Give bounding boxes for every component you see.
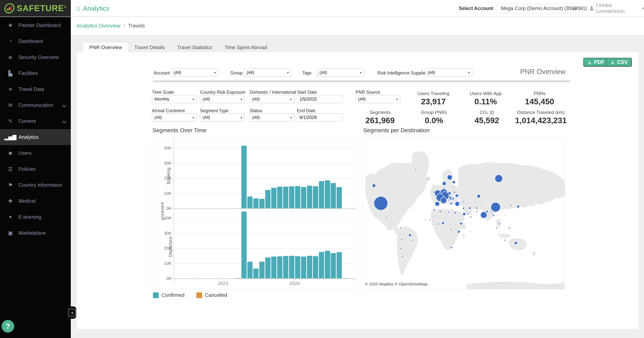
destination-bubble[interactable] <box>390 223 391 224</box>
destination-bubble[interactable] <box>453 186 454 187</box>
bar-departure-nov-2023[interactable] <box>283 256 288 278</box>
map-attribution[interactable]: © 2025 Mapbox © OpenStreetMap <box>363 281 430 287</box>
filter-group-select[interactable]: (All)▼ <box>244 69 291 77</box>
destination-bubble[interactable] <box>476 207 478 209</box>
destination-bubble[interactable] <box>400 227 402 229</box>
destination-bubble[interactable] <box>435 202 440 206</box>
destination-bubble[interactable] <box>450 247 452 249</box>
bar-departure-oct-2023[interactable] <box>277 256 282 278</box>
destination-bubble[interactable] <box>412 239 414 241</box>
bar-departure-aug-2024[interactable] <box>336 252 342 278</box>
filter-tags-select[interactable]: (All)▼ <box>317 69 364 77</box>
bar-booking-may-2024[interactable] <box>319 181 324 208</box>
destination-bubble[interactable] <box>470 216 472 218</box>
sidebar-item-travel-data[interactable]: ✈Travel Data <box>0 81 71 97</box>
sidebar-item-dashboard[interactable]: ◔Dashboard <box>0 33 71 49</box>
bar-departure-may-2023[interactable] <box>247 262 253 278</box>
user-menu[interactable]: Linnea Lennartsson ▾ <box>589 0 644 17</box>
destination-bubble[interactable] <box>464 203 466 204</box>
bar-booking-oct-2023[interactable] <box>277 187 282 208</box>
destination-bubble[interactable] <box>432 222 433 223</box>
bar-departure-mar-2024[interactable] <box>307 256 312 278</box>
bar-booking-nov-2023[interactable] <box>283 187 288 208</box>
download-pdf-button[interactable]: PDF <box>583 58 608 67</box>
sidebar-item-country-information[interactable]: ⚑Country Information <box>0 177 71 193</box>
destination-bubble[interactable] <box>429 220 430 221</box>
destination-bubble[interactable] <box>496 227 498 229</box>
destination-bubble[interactable] <box>498 233 500 235</box>
destination-bubble[interactable] <box>510 205 512 206</box>
destination-bubble[interactable] <box>458 230 460 233</box>
sidebar-collapse-button[interactable]: ◀ <box>68 306 76 319</box>
filter-pnr-source-select[interactable]: (All)▼ <box>356 95 400 103</box>
bar-departure-dec-2023[interactable] <box>289 256 294 278</box>
destination-bubble[interactable] <box>521 248 522 249</box>
destination-bubble[interactable] <box>439 211 441 212</box>
destination-bubble[interactable] <box>468 207 471 209</box>
destination-bubble[interactable] <box>409 234 412 237</box>
destination-bubble[interactable] <box>401 239 402 240</box>
destination-bubble[interactable] <box>467 213 469 214</box>
destination-bubble[interactable] <box>450 198 452 200</box>
sidebar-item-e-learning[interactable]: ✦E-learning <box>0 209 71 225</box>
destination-bubble[interactable] <box>450 229 452 230</box>
destination-bubble[interactable] <box>455 194 458 197</box>
destination-bubble[interactable] <box>424 219 426 220</box>
destination-bubble[interactable] <box>452 181 455 184</box>
bar-booking-sep-2023[interactable] <box>271 188 276 208</box>
destination-bubble[interactable] <box>459 205 460 206</box>
destination-bubble[interactable] <box>440 197 447 203</box>
destination-bubble[interactable] <box>460 202 461 203</box>
destination-bubble[interactable] <box>495 175 502 182</box>
filter-segment-type-select[interactable]: (All)▼ <box>200 113 245 121</box>
destination-bubble[interactable] <box>514 242 518 245</box>
destination-bubble[interactable] <box>480 212 487 218</box>
destination-bubble[interactable] <box>477 194 480 198</box>
destination-bubble[interactable] <box>402 256 403 257</box>
destination-bubble[interactable] <box>504 239 506 241</box>
account-select[interactable]: Mega Corp (Demo Account) (3598591) <box>496 3 580 13</box>
destination-bubble[interactable] <box>463 201 464 203</box>
bar-departure-sep-2023[interactable] <box>271 256 276 278</box>
destination-bubble[interactable] <box>400 248 402 249</box>
bar-departure-jan-2024[interactable] <box>295 256 300 278</box>
destination-bubble[interactable] <box>455 224 456 225</box>
tab-travel-statistics[interactable]: Travel Statistics <box>171 43 218 52</box>
bar-booking-jan-2024[interactable] <box>295 186 300 208</box>
destination-bubble[interactable] <box>491 202 500 212</box>
sidebar-item-analytics[interactable]: ▂▅▇Analytics <box>0 129 71 145</box>
destination-bubble[interactable] <box>396 215 397 216</box>
destination-bubble[interactable] <box>462 212 466 216</box>
sidebar-item-communication[interactable]: ✉Communication <box>0 97 71 113</box>
destination-bubble[interactable] <box>449 219 450 220</box>
download-csv-button[interactable]: CSV <box>606 58 632 67</box>
destination-bubble[interactable] <box>444 218 445 219</box>
destination-bubble[interactable] <box>442 182 446 185</box>
destination-bubble[interactable] <box>452 188 454 189</box>
destination-bubble[interactable] <box>462 207 464 209</box>
destination-bubble[interactable] <box>432 217 433 218</box>
filter-domestic-international-select[interactable]: (All)▼ <box>250 95 294 103</box>
tab-time-spent-abroad[interactable]: Time Spent Abroad <box>218 43 273 52</box>
filter-account-select[interactable]: (All)▼ <box>171 69 218 77</box>
destination-bubble[interactable] <box>439 222 440 223</box>
sidebar-item-content[interactable]: ✎Content <box>0 113 71 129</box>
destination-bubble[interactable] <box>486 210 488 213</box>
bar-booking-apr-2023[interactable] <box>241 146 247 208</box>
bar-booking-jun-2023[interactable] <box>253 198 259 208</box>
destination-bubble[interactable] <box>480 205 482 206</box>
bar-departure-mar-2023[interactable] <box>235 278 241 278</box>
bar-booking-jul-2024[interactable] <box>330 183 336 208</box>
destination-bubble[interactable] <box>433 209 435 211</box>
bar-departure-jun-2023[interactable] <box>253 268 259 278</box>
destination-bubble[interactable] <box>415 169 416 170</box>
bar-departure-jul-2024[interactable] <box>330 253 336 278</box>
destination-bubble[interactable] <box>517 205 520 208</box>
bar-booking-may-2023[interactable] <box>247 196 253 208</box>
destination-bubble[interactable] <box>476 211 478 212</box>
bar-departure-jun-2024[interactable] <box>325 251 330 278</box>
bar-departure-may-2024[interactable] <box>319 252 324 278</box>
destination-bubble[interactable] <box>432 224 433 225</box>
bar-booking-apr-2024[interactable] <box>313 186 318 208</box>
sidebar-item-policies[interactable]: ☰Policies <box>0 161 71 177</box>
